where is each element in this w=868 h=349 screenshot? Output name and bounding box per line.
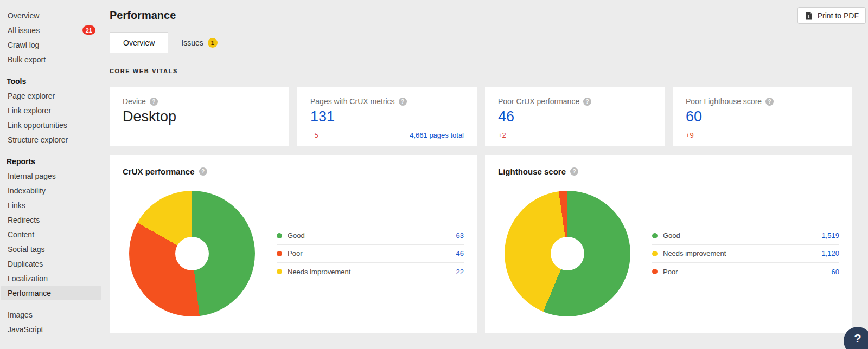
metric-card-poor-crux-performance: Poor CrUX performance ? 46 +2 (485, 87, 665, 146)
sidebar-item-label: Localization (8, 274, 48, 283)
core-web-vitals-section-label: CORE WEB VITALS (110, 68, 852, 74)
chart-card-lighthouse-score: Lighthouse score ? Good 1,519 Needs impr… (485, 155, 852, 333)
legend-value-link[interactable]: 60 (832, 268, 839, 276)
pdf-download-icon (805, 11, 813, 20)
sidebar-section-header-tools: Tools (0, 74, 102, 88)
crux-performance-donut-chart[interactable] (129, 191, 255, 316)
sidebar-item-label: Performance (8, 289, 51, 298)
help-icon[interactable]: ? (765, 98, 774, 106)
metric-value[interactable]: 46 (498, 108, 652, 125)
legend-dot-good (652, 233, 658, 238)
sidebar-item-label: All issues (8, 26, 40, 35)
sidebar-item-page-explorer[interactable]: Page explorer (1, 88, 101, 103)
sidebar-item-label: Page explorer (8, 92, 55, 100)
metric-delta: −5 (310, 131, 318, 139)
legend-row-needs-improvement[interactable]: Needs improvement 22 (277, 263, 464, 281)
metric-label-row: Pages with CrUX metrics ? (310, 97, 464, 106)
legend-dot-good (277, 233, 282, 238)
chart-title: CrUX performance (123, 167, 195, 176)
metric-value[interactable]: 60 (686, 108, 839, 125)
chart-legend: Good 63 Poor 46 Needs improvement 22 (277, 227, 464, 281)
chart-body: Good 63 Poor 46 Needs improvement 22 (123, 191, 464, 316)
metric-label: Poor Lighthouse score (686, 97, 762, 106)
chart-title-row: Lighthouse score ? (498, 167, 839, 176)
tab-label: Overview (123, 38, 155, 47)
sidebar-item-duplicates[interactable]: Duplicates (1, 256, 101, 271)
question-mark-icon: ? (854, 332, 861, 346)
tab-issues[interactable]: Issues 1 (168, 32, 230, 53)
metric-card-pages-with-crux-metrics: Pages with CrUX metrics ? 131 −5 4,661 p… (297, 87, 477, 146)
sidebar-item-overview[interactable]: Overview (1, 8, 101, 23)
print-to-pdf-label: Print to PDF (818, 11, 859, 20)
legend-row-needs-improvement[interactable]: Needs improvement 1,120 (652, 245, 839, 263)
metric-value[interactable]: 131 (310, 108, 464, 125)
sidebar-item-all-issues[interactable]: All issues 21 (1, 23, 101, 37)
lighthouse-score-donut-chart[interactable] (505, 191, 630, 316)
page-title: Performance (110, 0, 852, 22)
chart-body: Good 1,519 Needs improvement 1,120 Poor … (498, 191, 839, 316)
chart-title: Lighthouse score (498, 167, 566, 176)
sidebar-item-performance[interactable]: Performance (1, 286, 101, 300)
sidebar-item-crawl-log[interactable]: Crawl log (1, 37, 101, 52)
metric-card-poor-lighthouse-score: Poor Lighthouse score ? 60 +9 (673, 87, 852, 146)
metric-footer: +9 (686, 131, 839, 139)
sidebar-section-header-reports: Reports (0, 154, 102, 169)
legend-dot-poor (652, 269, 658, 274)
legend-value-link[interactable]: 63 (456, 231, 464, 240)
legend-row-good[interactable]: Good 63 (277, 227, 464, 245)
pages-total-link[interactable]: 4,661 pages total (410, 131, 464, 139)
legend-row-poor[interactable]: Poor 46 (277, 245, 464, 263)
legend-value-link[interactable]: 46 (456, 249, 464, 257)
sidebar-item-content[interactable]: Content (1, 227, 101, 242)
charts-grid: CrUX performance ? Good 63 Poor 46 (110, 155, 852, 333)
help-icon[interactable]: ? (150, 98, 158, 106)
legend-value-link[interactable]: 1,120 (821, 249, 839, 257)
sidebar-item-redirects[interactable]: Redirects (1, 212, 101, 227)
help-icon[interactable]: ? (199, 167, 207, 176)
sidebar-item-indexability[interactable]: Indexability (1, 183, 101, 198)
metric-label: Device (123, 97, 146, 106)
all-issues-count-badge: 21 (82, 25, 95, 35)
legend-row-poor[interactable]: Poor 60 (652, 263, 839, 281)
sidebar-divider-gap (0, 300, 102, 307)
sidebar-item-label: Content (8, 230, 34, 239)
legend-dot-needs-improvement (277, 269, 282, 274)
sidebar-item-javascript[interactable]: JavaScript (1, 322, 101, 337)
legend-label: Poor (288, 249, 456, 257)
legend-label: Needs improvement (288, 268, 456, 276)
print-to-pdf-button[interactable]: Print to PDF (797, 7, 866, 24)
legend-label: Good (288, 231, 456, 240)
sidebar-item-link-explorer[interactable]: Link explorer (1, 103, 101, 118)
sidebar-item-label: Bulk export (8, 55, 46, 64)
sidebar-item-social-tags[interactable]: Social tags (1, 242, 101, 256)
sidebar-item-localization[interactable]: Localization (1, 271, 101, 286)
metric-label-row: Device ? (123, 97, 276, 106)
help-icon[interactable]: ? (570, 167, 578, 176)
sidebar-item-links[interactable]: Links (1, 198, 101, 212)
help-icon[interactable]: ? (399, 98, 407, 106)
metric-footer: −5 4,661 pages total (310, 131, 464, 139)
legend-dot-needs-improvement (652, 251, 658, 256)
legend-label: Poor (663, 268, 832, 276)
sidebar-item-structure-explorer[interactable]: Structure explorer (1, 132, 101, 147)
legend-label: Good (663, 231, 821, 240)
sidebar-item-label: JavaScript (8, 325, 43, 334)
metrics-grid: Device ? Desktop Pages with CrUX metrics… (110, 87, 852, 146)
help-icon[interactable]: ? (583, 98, 591, 106)
sidebar-item-link-opportunities[interactable]: Link opportunities (1, 118, 101, 132)
sidebar-item-internal-pages[interactable]: Internal pages (1, 169, 101, 183)
legend-dot-poor (277, 251, 282, 256)
legend-value-link[interactable]: 22 (456, 268, 464, 276)
sidebar-item-label: Internal pages (8, 172, 56, 180)
sidebar-item-bulk-export[interactable]: Bulk export (1, 52, 101, 67)
tab-bar: Overview Issues 1 (110, 32, 852, 53)
sidebar-item-images[interactable]: Images (1, 307, 101, 322)
metric-footer: +2 (498, 131, 652, 139)
legend-row-good[interactable]: Good 1,519 (652, 227, 839, 245)
tab-overview[interactable]: Overview (110, 32, 168, 53)
sidebar-item-label: Structure explorer (8, 135, 68, 144)
tab-label: Issues (181, 38, 203, 47)
metric-value: Desktop (123, 108, 276, 125)
legend-value-link[interactable]: 1,519 (821, 231, 839, 240)
metric-label-row: Poor Lighthouse score ? (686, 97, 839, 106)
